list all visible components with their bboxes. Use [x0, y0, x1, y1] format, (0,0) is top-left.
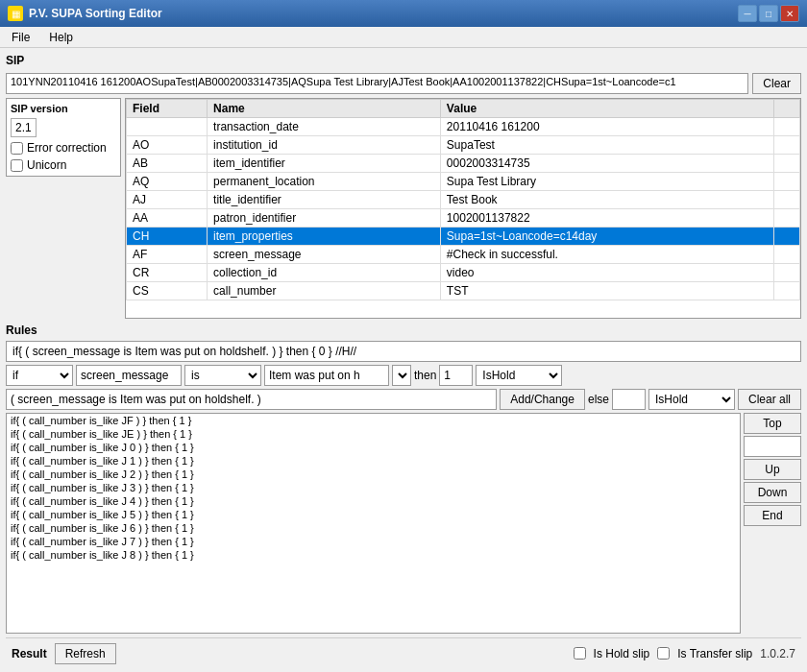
sip-row: 101YNN20110416 161200AOSupaTest|AB000200… — [6, 73, 801, 94]
list-item[interactable]: if{ ( call_number is_like J 3 ) } then {… — [7, 481, 740, 494]
cell-field: CH — [127, 228, 208, 246]
table-row[interactable]: transaction_date 20110416 161200 — [127, 118, 800, 136]
close-button[interactable]: ✕ — [780, 5, 799, 22]
cell-extra — [774, 191, 800, 209]
list-item[interactable]: if{ ( call_number is_like J 5 ) } then {… — [7, 508, 740, 521]
add-change-row: Add/Change else IsHold IsTransfer None C… — [6, 389, 801, 410]
table-row[interactable]: AJ title_identifier Test Book — [127, 191, 800, 209]
cell-value: TST — [440, 282, 773, 300]
list-item[interactable]: if{ ( call_number is_like J 4 ) } then {… — [7, 494, 740, 508]
table-row[interactable]: CH item_properties Supa=1st~Loancode=c14… — [127, 228, 800, 246]
sip-version-value: 2.1 — [11, 118, 37, 137]
table-row[interactable]: AA patron_identifier 1002001137822 — [127, 209, 800, 228]
cell-value: Supa Test Library — [440, 173, 773, 191]
col-name: Name — [208, 100, 441, 118]
up-button[interactable]: Up — [744, 459, 801, 480]
down-button[interactable]: Down — [744, 482, 801, 503]
cell-name: patron_identifier — [208, 209, 441, 228]
is-transfer-slip-label: Is Transfer slip — [677, 647, 752, 660]
list-item[interactable]: if{ ( call_number is_like J 6 ) } then {… — [7, 521, 740, 535]
menu-file[interactable]: File — [4, 29, 37, 46]
table-row[interactable]: AO institution_id SupaTest — [127, 136, 800, 155]
col-value: Value — [440, 100, 773, 118]
cell-extra — [774, 282, 800, 300]
unicorn-row: Unicorn — [11, 158, 116, 172]
cell-name: item_properties — [208, 228, 441, 246]
left-panel: SIP version 2.1 Error correction Unicorn — [6, 98, 121, 319]
error-correction-label: Error correction — [27, 141, 107, 155]
title-bar-text: P.V. SUPA Sorting Editor — [29, 7, 732, 20]
cell-name: transaction_date — [208, 118, 441, 136]
is-transfer-slip-checkbox[interactable] — [657, 647, 670, 660]
then-value-input[interactable] — [439, 365, 473, 386]
list-item[interactable]: if{ ( call_number is_like J 7 ) } then {… — [7, 535, 740, 548]
cell-value: Supa=1st~Loancode=c14day — [440, 228, 773, 246]
table-row[interactable]: AQ permanent_location Supa Test Library — [127, 173, 800, 191]
cell-extra — [774, 173, 800, 191]
col-field: Field — [127, 100, 208, 118]
table-row[interactable]: CS call_number TST — [127, 282, 800, 300]
list-item[interactable]: if{ ( call_number is_like JE ) } then { … — [7, 427, 740, 441]
scroll-indicator — [744, 436, 801, 457]
then-label: then — [414, 369, 436, 382]
list-item[interactable]: if{ ( call_number is_like JF ) } then { … — [7, 414, 740, 427]
rules-section: Rules if{ ( screen_message is Item was p… — [6, 323, 801, 634]
else-action-select[interactable]: IsHold IsTransfer None — [648, 389, 735, 410]
table-row[interactable]: CR collection_id video — [127, 264, 800, 282]
title-bar-controls: ─ □ ✕ — [738, 5, 799, 22]
table-row[interactable]: AB item_identifier 0002003314735 — [127, 155, 800, 173]
title-bar: ▦ P.V. SUPA Sorting Editor ─ □ ✕ — [0, 0, 807, 27]
value-dropdown[interactable] — [392, 365, 411, 386]
error-correction-row: Error correction — [11, 141, 116, 155]
cell-field: AA — [127, 209, 208, 228]
cell-name: call_number — [208, 282, 441, 300]
table-row[interactable]: AF screen_message #Check in successful. — [127, 246, 800, 264]
col-extra — [774, 100, 800, 118]
rules-label: Rules — [6, 323, 801, 338]
cell-extra — [774, 228, 800, 246]
cell-field — [127, 118, 208, 136]
field-input[interactable] — [76, 365, 182, 386]
action-select[interactable]: IsHold IsTransfer None — [476, 365, 562, 386]
cell-name: collection_id — [208, 264, 441, 282]
list-item[interactable]: if{ ( call_number is_like J 2 ) } then {… — [7, 468, 740, 481]
clear-all-button[interactable]: Clear all — [738, 389, 801, 410]
refresh-button[interactable]: Refresh — [55, 643, 116, 664]
menu-bar: File Help — [0, 27, 807, 48]
rules-preview: if{ ( screen_message is Item was put on … — [6, 341, 801, 362]
operator-select[interactable]: is is_like is not contains — [184, 365, 261, 386]
cell-field: AF — [127, 246, 208, 264]
menu-help[interactable]: Help — [41, 29, 81, 46]
value-input[interactable] — [264, 365, 389, 386]
cell-value: Test Book — [440, 191, 773, 209]
cell-value: 0002003314735 — [440, 155, 773, 173]
cell-name: institution_id — [208, 136, 441, 155]
result-section: Result Refresh Is Hold slip Is Transfer … — [6, 637, 801, 668]
maximize-button[interactable]: □ — [759, 5, 778, 22]
app-icon: ▦ — [8, 6, 23, 21]
current-rule-input[interactable] — [6, 389, 497, 410]
rules-list[interactable]: if{ ( call_number is_like JF ) } then { … — [6, 413, 741, 634]
else-value-input[interactable] — [612, 389, 646, 410]
end-button[interactable]: End — [744, 505, 801, 526]
cell-extra — [774, 118, 800, 136]
cell-extra — [774, 209, 800, 228]
list-item[interactable]: if{ ( call_number is_like J 8 ) } then {… — [7, 548, 740, 562]
condition-select[interactable]: if else if else — [6, 365, 73, 386]
sip-value: 101YNN20110416 161200AOSupaTest|AB000200… — [6, 73, 748, 94]
cell-extra — [774, 264, 800, 282]
rule-builder-row: if else if else is is_like is not contai… — [6, 365, 801, 386]
is-hold-slip-label: Is Hold slip — [594, 647, 650, 660]
unicorn-checkbox[interactable] — [11, 159, 23, 172]
minimize-button[interactable]: ─ — [738, 5, 757, 22]
top-button[interactable]: Top — [744, 413, 801, 434]
sip-clear-button[interactable]: Clear — [752, 73, 801, 94]
list-item[interactable]: if{ ( call_number is_like J 0 ) } then {… — [7, 441, 740, 454]
is-hold-slip-checkbox[interactable] — [574, 647, 586, 660]
list-item[interactable]: if{ ( call_number is_like J 1 ) } then {… — [7, 454, 740, 468]
cell-name: screen_message — [208, 246, 441, 264]
version-text: 1.0.2.7 — [760, 647, 795, 660]
add-change-button[interactable]: Add/Change — [500, 389, 585, 410]
sip-version-box: SIP version 2.1 Error correction Unicorn — [6, 98, 121, 177]
error-correction-checkbox[interactable] — [11, 142, 23, 155]
